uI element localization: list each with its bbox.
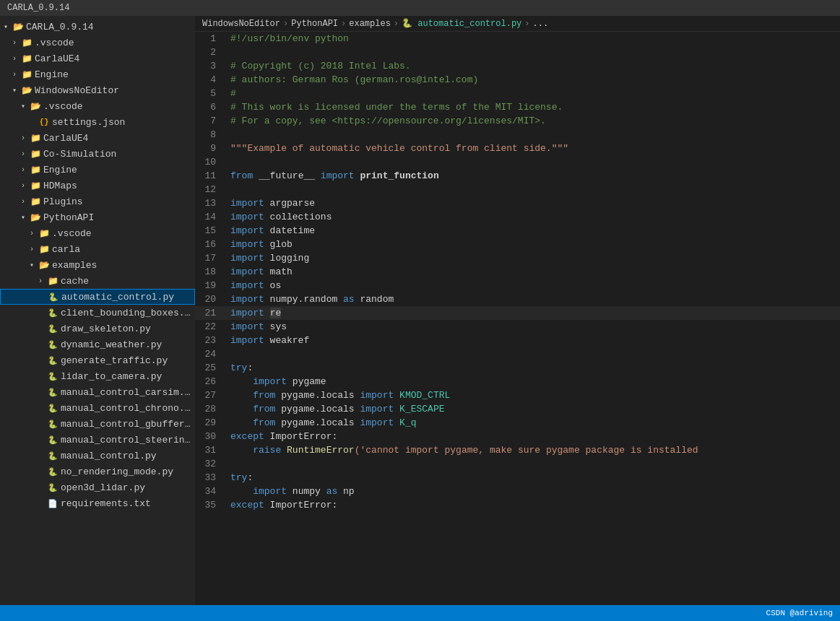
- line-content: import argparse: [228, 196, 840, 210]
- code-line: 17import logging: [195, 251, 840, 265]
- main-layout: ▾📂CARLA_0.9.14›📁.vscode›📁CarlaUE4›📁Engin…: [0, 16, 840, 605]
- line-content: import numpy as np: [228, 485, 840, 498]
- code-line: 19import os: [195, 279, 840, 292]
- line-content: #: [228, 87, 840, 100]
- token: re: [270, 308, 282, 318]
- sidebar-item-label: .vscode: [52, 228, 195, 239]
- line-content: import collections: [228, 210, 840, 224]
- sidebar-item-plugins[interactable]: ›📁Plugins: [0, 194, 195, 209]
- file-icon: 📁: [29, 181, 42, 191]
- line-number: 14: [195, 210, 228, 224]
- sidebar-item-engine-wne[interactable]: ›📁Engine: [0, 162, 195, 178]
- sidebar-item-open3d[interactable]: 🐍open3d_lidar.py: [0, 479, 195, 495]
- sidebar-item-requirements[interactable]: 📄requirements.txt: [0, 495, 195, 511]
- line-content: import datetime: [228, 224, 840, 238]
- token: pygame.locals: [275, 417, 360, 428]
- line-number: 15: [195, 224, 228, 238]
- sidebar-item-carla[interactable]: ›📁carla: [0, 241, 195, 257]
- breadcrumb-part-2: PythonAPI: [291, 19, 338, 29]
- sidebar-item-dynamic-weather[interactable]: 🐍dynamic_weather.py: [0, 336, 195, 352]
- chevron-icon: ›: [26, 246, 38, 253]
- line-content: from pygame.locals import KMOD_CTRL: [228, 388, 840, 402]
- chevron-icon: ▾: [17, 102, 29, 110]
- token: from: [253, 404, 275, 414]
- sidebar-item-vscode-py[interactable]: ›📁.vscode: [0, 225, 195, 241]
- line-number: 10: [195, 155, 228, 169]
- code-line: 29 from pygame.locals import K_q: [195, 416, 840, 430]
- file-icon: 🐍: [46, 372, 59, 381]
- token: as: [326, 486, 338, 497]
- line-number: 9: [195, 142, 228, 155]
- sidebar-item-label: no_rendering_mode.py: [61, 466, 195, 477]
- sidebar-item-label: WindowsNoEditor: [35, 85, 195, 96]
- sidebar-item-windowsnoedit[interactable]: ▾📂WindowsNoEditor: [0, 82, 195, 98]
- sidebar-item-vscode-root[interactable]: ›📁.vscode: [0, 35, 195, 51]
- line-content: import logging: [228, 251, 840, 265]
- token: datetime: [264, 225, 315, 236]
- line-content: import sys: [228, 320, 840, 334]
- token: numpy.random: [264, 294, 343, 305]
- line-number: 13: [195, 196, 228, 210]
- token: import: [230, 294, 264, 305]
- sidebar-item-pythonapi[interactable]: ▾📂PythonAPI: [0, 209, 195, 225]
- token: numpy: [287, 486, 326, 497]
- token: glob: [264, 239, 293, 250]
- code-line: 28 from pygame.locals import K_ESCAPE: [195, 402, 840, 416]
- sidebar-item-draw-skeleton[interactable]: 🐍draw_skeleton.py: [0, 321, 195, 336]
- file-icon: 📁: [20, 53, 33, 64]
- token: # Copyright (c) 2018 Intel Labs.: [230, 61, 411, 71]
- sidebar-item-cache[interactable]: ›📁cache: [0, 273, 195, 289]
- sidebar-item-label: manual_control_steeringw...: [61, 435, 195, 446]
- line-number: 27: [195, 388, 228, 402]
- sidebar-item-carlaue4-wne[interactable]: ›📁CarlaUE4: [0, 130, 195, 146]
- file-icon: 🐍: [46, 420, 59, 429]
- token: [230, 486, 253, 497]
- token: ImportError:: [264, 431, 337, 442]
- sidebar-item-vscode-wne[interactable]: ▾📂.vscode: [0, 98, 195, 114]
- token: #: [230, 88, 236, 99]
- sidebar-item-manual-control[interactable]: 🐍manual_control.py: [0, 448, 195, 464]
- token: import: [230, 280, 264, 291]
- token: try: [230, 472, 247, 483]
- sidebar-item-settings-json[interactable]: {}settings.json: [0, 114, 195, 130]
- token: as: [343, 294, 355, 305]
- sidebar-item-carlaue4[interactable]: ›📁CarlaUE4: [0, 51, 195, 66]
- line-number: 33: [195, 471, 228, 485]
- token: :: [247, 362, 253, 373]
- line-content: [228, 457, 840, 471]
- sidebar-item-engine[interactable]: ›📁Engine: [0, 66, 195, 82]
- chevron-icon: ▾: [9, 86, 20, 95]
- sidebar-item-carla-root[interactable]: ▾📂CARLA_0.9.14: [0, 19, 195, 35]
- token: import: [230, 321, 264, 332]
- sidebar[interactable]: ▾📂CARLA_0.9.14›📁.vscode›📁CarlaUE4›📁Engin…: [0, 16, 195, 605]
- sidebar-item-lidar-camera[interactable]: 🐍lidar_to_camera.py: [0, 368, 195, 384]
- line-number: 7: [195, 114, 228, 128]
- code-line: 7# For a copy, see <https://opensource.o…: [195, 114, 840, 128]
- line-number: 26: [195, 375, 228, 388]
- sidebar-item-manual-carsim[interactable]: 🐍manual_control_carsim.py: [0, 384, 195, 400]
- sidebar-item-automatic-control[interactable]: 🐍automatic_control.py: [0, 289, 195, 305]
- sidebar-item-manual-chrono[interactable]: 🐍manual_control_chrono.py: [0, 400, 195, 416]
- file-icon: {}: [38, 118, 51, 126]
- sidebar-item-no-rendering[interactable]: 🐍no_rendering_mode.py: [0, 464, 195, 479]
- sidebar-item-client-bounding[interactable]: 🐍client_bounding_boxes.py: [0, 305, 195, 321]
- token: import: [253, 486, 287, 497]
- sidebar-item-label: examples: [52, 260, 195, 271]
- chevron-icon: ›: [9, 71, 20, 79]
- line-number: 29: [195, 416, 228, 430]
- token: try: [230, 362, 247, 373]
- sidebar-item-hdmaps[interactable]: ›📁HDMaps: [0, 178, 195, 194]
- token: [230, 417, 253, 428]
- code-editor[interactable]: 1#!/usr/bin/env python2 3# Copyright (c)…: [195, 32, 840, 605]
- token: [230, 376, 253, 387]
- token: logging: [264, 253, 309, 264]
- code-line: 18import math: [195, 265, 840, 279]
- sidebar-item-generate-traffic[interactable]: 🐍generate_traffic.py: [0, 352, 195, 368]
- sidebar-item-manual-steering[interactable]: 🐍manual_control_steeringw...: [0, 432, 195, 448]
- sidebar-item-manual-gbuffer[interactable]: 🐍manual_control_gbuffer.py: [0, 416, 195, 432]
- chevron-icon: ›: [9, 55, 20, 63]
- sidebar-item-examples[interactable]: ▾📂examples: [0, 257, 195, 273]
- token: random: [355, 294, 394, 305]
- sidebar-item-cosim[interactable]: ›📁Co-Simulation: [0, 146, 195, 162]
- token: KMOD_CTRL: [399, 390, 450, 401]
